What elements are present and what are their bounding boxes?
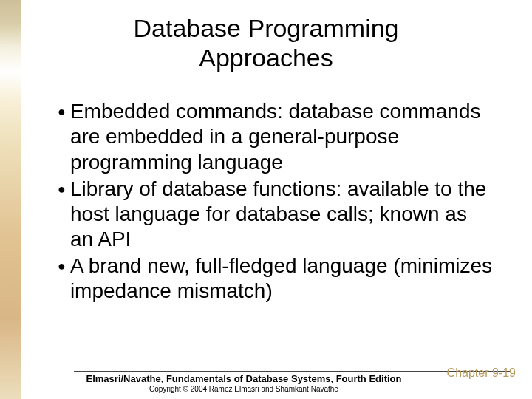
list-item: ● A brand new, full-fledged language (mi… <box>58 253 495 304</box>
bullet-icon: ● <box>58 99 66 124</box>
bullet-text: A brand new, full-fledged language (mini… <box>70 253 495 304</box>
slide: Database Programming Approaches ● Embedd… <box>0 0 532 399</box>
bullet-icon: ● <box>58 253 66 279</box>
list-item: ● Embedded commands: database commands a… <box>58 99 495 174</box>
slide-footer: Elmasri/Navathe, Fundamentals of Databas… <box>0 371 532 393</box>
chapter-label: Chapter 9-19 <box>447 366 516 380</box>
slide-title: Database Programming Approaches <box>30 13 502 72</box>
slide-content: ● Embedded commands: database commands a… <box>30 99 502 304</box>
footer-copyright: Copyright © 2004 Ramez Elmasri and Shamk… <box>0 385 532 393</box>
list-item: ● Library of database functions: availab… <box>58 177 495 252</box>
bullet-text: Embedded commands: database commands are… <box>70 99 495 174</box>
bullet-text: Library of database functions: available… <box>70 177 495 252</box>
bullet-icon: ● <box>58 177 66 202</box>
footer-divider <box>74 371 510 372</box>
